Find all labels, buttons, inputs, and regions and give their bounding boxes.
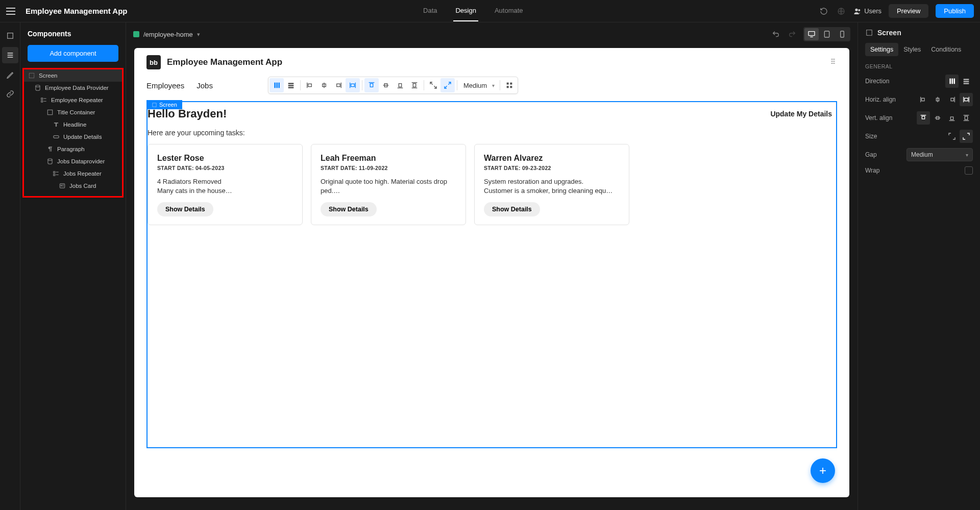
valign-middle-icon[interactable] <box>379 78 393 92</box>
tab-settings[interactable]: Settings <box>865 43 898 56</box>
tab-styles[interactable]: Styles <box>898 43 926 56</box>
svg-rect-91 <box>950 117 953 119</box>
tree-jobs-repeater[interactable]: Jobs Repeater <box>24 167 122 180</box>
tree-update-details[interactable]: Update Details <box>24 131 122 143</box>
component-tree: Screen Employee Data Provider Employee R… <box>22 68 124 198</box>
users-icon <box>853 7 862 15</box>
tab-conditions[interactable]: Conditions <box>926 43 966 56</box>
svg-line-61 <box>430 82 433 85</box>
halign-center-icon[interactable] <box>317 78 331 92</box>
rail-theme-icon[interactable] <box>2 66 18 83</box>
card-body: 4 Radiators RemovedMany cats in the hous… <box>157 177 293 195</box>
svg-line-64 <box>445 86 447 88</box>
prop-valign-top-icon[interactable] <box>917 111 930 125</box>
nav-jobs[interactable]: Jobs <box>197 81 213 90</box>
prop-direction-column-icon[interactable] <box>945 75 959 88</box>
size-shrink-icon[interactable] <box>426 78 440 92</box>
repeater-icon <box>40 96 47 104</box>
route-selector[interactable]: /employee-home ▾ <box>133 31 200 38</box>
device-mobile-icon[interactable] <box>835 28 849 40</box>
svg-rect-37 <box>274 83 276 88</box>
undo-history-icon[interactable] <box>819 6 829 16</box>
direction-row-icon[interactable] <box>284 78 298 92</box>
svg-point-8 <box>36 85 40 87</box>
prop-halign-left-icon[interactable] <box>917 93 930 106</box>
direction-column-icon[interactable] <box>270 78 284 92</box>
job-card: Warren AlvarezSTART DATE: 09-23-2022Syst… <box>474 144 629 225</box>
size-grow-icon[interactable] <box>440 78 455 92</box>
valign-top-icon[interactable] <box>364 78 379 92</box>
update-details-button[interactable]: Update My Details <box>770 110 836 118</box>
svg-point-15 <box>48 159 52 161</box>
prop-valign-stretch-icon[interactable] <box>960 111 973 125</box>
tree-jobs-data[interactable]: Jobs Dataprovider <box>24 155 122 167</box>
prop-size-grow-icon[interactable] <box>960 130 973 143</box>
tab-automate[interactable]: Automate <box>493 1 525 21</box>
show-details-button[interactable]: Show Details <box>157 202 213 216</box>
rail-links-icon[interactable] <box>2 86 18 102</box>
rail-components-icon[interactable] <box>2 47 18 63</box>
halign-stretch-icon[interactable] <box>346 78 360 92</box>
tab-data[interactable]: Data <box>421 1 439 21</box>
svg-rect-72 <box>951 79 953 84</box>
screen-selection-label[interactable]: Screen <box>146 100 182 109</box>
prop-halign-right-icon[interactable] <box>945 93 959 106</box>
globe-icon[interactable] <box>836 6 846 16</box>
prop-size-shrink-icon[interactable] <box>945 130 959 143</box>
svg-line-63 <box>448 82 451 85</box>
svg-rect-17 <box>54 174 55 176</box>
add-component-button[interactable]: Add component <box>28 45 118 62</box>
tree-headline[interactable]: Headline <box>24 118 122 131</box>
svg-rect-75 <box>964 81 969 82</box>
prop-direction-row-icon[interactable] <box>960 75 973 88</box>
card-date: START DATE: 09-23-2022 <box>484 165 620 171</box>
rail-screens-icon[interactable] <box>2 28 18 44</box>
valign-stretch-icon[interactable] <box>407 78 422 92</box>
undo-icon[interactable] <box>771 29 781 39</box>
fab-add-button[interactable]: + <box>811 458 835 483</box>
menu-icon[interactable] <box>6 7 15 16</box>
svg-rect-42 <box>288 87 294 88</box>
redo-icon[interactable] <box>787 29 797 39</box>
show-details-button[interactable]: Show Details <box>484 202 540 216</box>
card-name: Leah Freeman <box>321 154 456 163</box>
svg-rect-82 <box>951 98 953 101</box>
tree-paragraph[interactable]: Paragraph <box>24 143 122 155</box>
tree-emp-repeater[interactable]: Employee Repeater <box>24 94 122 106</box>
screen-icon <box>28 72 35 79</box>
tree-screen[interactable]: Screen <box>24 69 122 82</box>
tree-title-container[interactable]: Title Container <box>24 106 122 118</box>
nav-employees[interactable]: Employees <box>146 81 184 90</box>
publish-button[interactable]: Publish <box>936 4 974 18</box>
halign-left-icon[interactable] <box>303 78 317 92</box>
preview-button[interactable]: Preview <box>889 4 928 18</box>
container-icon <box>46 109 54 116</box>
tree-jobs-card[interactable]: Jobs Card <box>24 180 122 192</box>
svg-rect-39 <box>278 83 280 88</box>
card-name: Warren Alvarez <box>484 154 620 163</box>
valign-bottom-icon[interactable] <box>393 78 407 92</box>
svg-rect-66 <box>510 83 512 85</box>
tree-emp-data[interactable]: Employee Data Provider <box>24 82 122 94</box>
label-wrap: Wrap <box>865 167 879 174</box>
svg-rect-78 <box>922 98 924 101</box>
show-details-button[interactable]: Show Details <box>321 202 377 216</box>
prop-halign-stretch-icon[interactable] <box>960 93 973 106</box>
device-desktop-icon[interactable] <box>804 28 819 40</box>
halign-right-icon[interactable] <box>331 78 346 92</box>
svg-rect-94 <box>965 116 967 120</box>
card-date: START DATE: 04-05-2023 <box>157 165 293 171</box>
prop-valign-bottom-icon[interactable] <box>945 111 959 125</box>
prop-valign-middle-icon[interactable] <box>931 111 944 125</box>
svg-rect-3 <box>7 33 13 39</box>
svg-rect-74 <box>964 79 969 80</box>
prop-gap-select[interactable]: Medium▾ <box>906 148 973 161</box>
tab-design[interactable]: Design <box>453 1 478 21</box>
gap-select[interactable]: Medium <box>459 80 498 91</box>
wrap-icon[interactable] <box>502 78 517 92</box>
prop-halign-center-icon[interactable] <box>931 93 944 106</box>
drag-grip-icon[interactable] <box>829 57 837 67</box>
prop-wrap-checkbox[interactable] <box>965 166 973 175</box>
users-button[interactable]: Users <box>853 7 881 15</box>
device-tablet-icon[interactable] <box>820 28 834 40</box>
